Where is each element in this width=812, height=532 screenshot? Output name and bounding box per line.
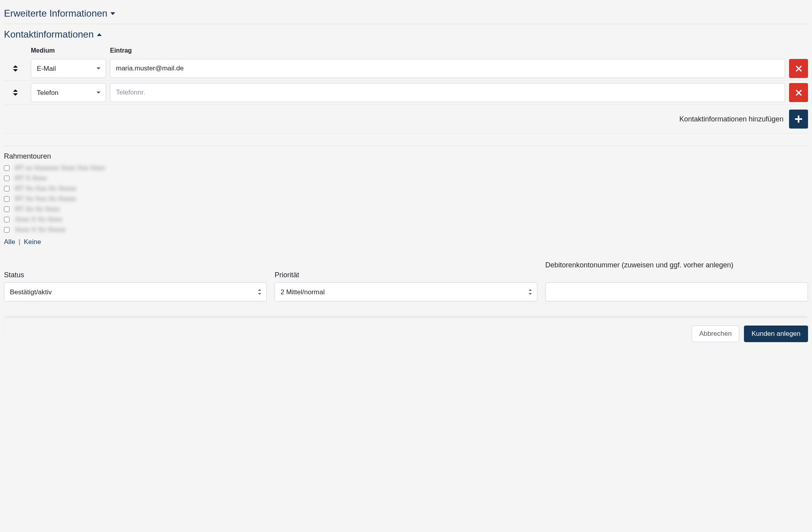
section-contact-info-label: Kontaktinformationen bbox=[4, 29, 94, 40]
tour-item: RT Xx Xxx Xx Xxxxx bbox=[4, 194, 808, 204]
rahmentouren-label: Rahmentouren bbox=[4, 152, 808, 161]
tour-item: RT Xx Xx Xxxx bbox=[4, 204, 808, 214]
medium-select[interactable]: E-Mail bbox=[31, 59, 106, 78]
add-contact-button[interactable] bbox=[789, 110, 808, 129]
tour-label: RT Xx Xxx Xx Xxxxx bbox=[15, 195, 76, 203]
delete-row-button[interactable] bbox=[789, 59, 808, 78]
add-contact-label: Kontaktinformationen hinzufügen bbox=[679, 115, 784, 123]
contact-row: E-Mail bbox=[4, 57, 808, 81]
divider bbox=[4, 24, 808, 24]
entry-input[interactable] bbox=[110, 59, 785, 78]
medium-select[interactable]: Telefon bbox=[31, 83, 106, 102]
entry-input[interactable] bbox=[110, 83, 785, 102]
cancel-button[interactable]: Abbrechen bbox=[692, 326, 739, 342]
priority-select[interactable]: 2 Mittel/normal bbox=[275, 282, 537, 301]
separator: | bbox=[19, 238, 20, 246]
tour-item: RT X Xxxx bbox=[4, 173, 808, 184]
tour-label: Xxxx X Xx Xxxxx bbox=[15, 226, 66, 234]
tour-label: RT Xx Xxx Xx Xxxxx bbox=[15, 185, 76, 193]
tour-label: Xxxx X Xx Xxxx bbox=[15, 216, 62, 223]
debitor-label: Debitorenkontonummer (zuweisen und ggf. … bbox=[545, 261, 808, 279]
select-all-link[interactable]: Alle bbox=[4, 238, 15, 246]
select-none-link[interactable]: Keine bbox=[24, 238, 41, 246]
tour-checkbox[interactable] bbox=[4, 196, 9, 202]
tour-checkbox[interactable] bbox=[4, 217, 9, 222]
chevron-up-icon bbox=[97, 33, 102, 36]
tour-checkbox[interactable] bbox=[4, 165, 9, 171]
submit-button[interactable]: Kunden anlegen bbox=[744, 326, 808, 342]
section-extended-info[interactable]: Erweiterte Informationen bbox=[4, 4, 808, 23]
section-contact-info[interactable]: Kontaktinformationen bbox=[4, 25, 808, 44]
section-extended-info-label: Erweiterte Informationen bbox=[4, 8, 107, 19]
delete-row-button[interactable] bbox=[789, 83, 808, 102]
close-icon bbox=[795, 89, 802, 96]
tour-checkbox[interactable] bbox=[4, 176, 9, 181]
debitor-input[interactable] bbox=[545, 282, 808, 301]
tour-label: RT Xx Xx Xxxx bbox=[15, 205, 60, 213]
tour-label: RT xx Xxxxxxx Xxxx Xxx Xxxx bbox=[15, 164, 105, 172]
contact-header-row: Medium Eintrag bbox=[4, 44, 808, 57]
tour-item: Xxxx X Xx Xxxx bbox=[4, 214, 808, 225]
priority-label: Priorität bbox=[275, 261, 537, 279]
tour-checkbox[interactable] bbox=[4, 227, 9, 233]
status-label: Status bbox=[4, 261, 267, 279]
contact-row: Telefon bbox=[4, 81, 808, 105]
chevron-down-icon bbox=[110, 12, 115, 15]
drag-handle-icon[interactable] bbox=[13, 89, 18, 96]
drag-handle-icon[interactable] bbox=[13, 65, 18, 72]
tour-label: RT X Xxxx bbox=[15, 174, 47, 182]
plus-icon bbox=[795, 115, 802, 123]
tour-item: RT xx Xxxxxxx Xxxx Xxx Xxxx bbox=[4, 163, 808, 173]
tour-item: RT Xx Xxx Xx Xxxxx bbox=[4, 184, 808, 194]
tour-item: Xxxx X Xx Xxxxx bbox=[4, 225, 808, 235]
close-icon bbox=[795, 65, 802, 72]
status-select[interactable]: Bestätigt/aktiv bbox=[4, 282, 267, 301]
tour-checkbox[interactable] bbox=[4, 206, 9, 212]
column-header-entry: Eintrag bbox=[110, 47, 785, 54]
tour-checkbox[interactable] bbox=[4, 186, 9, 191]
column-header-medium: Medium bbox=[31, 47, 110, 54]
